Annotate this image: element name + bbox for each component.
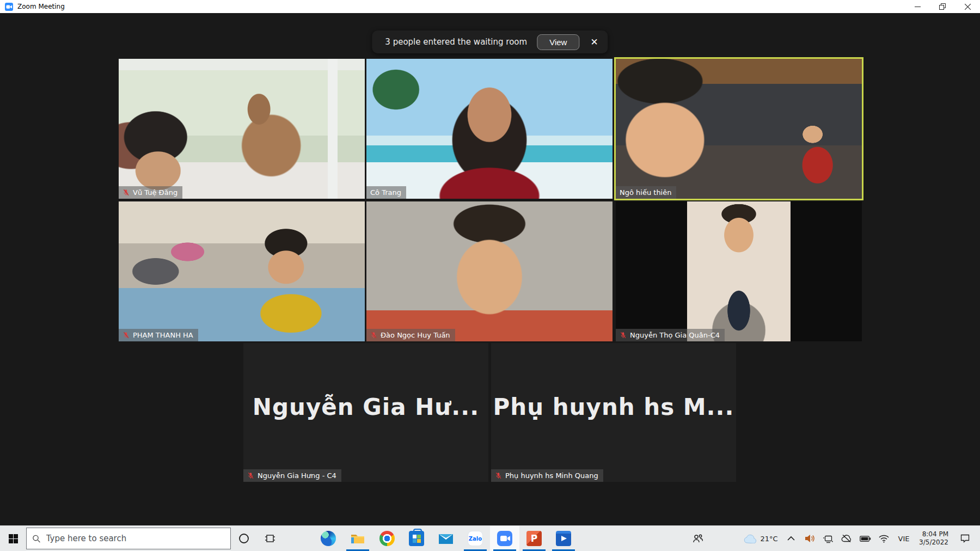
window-controls [905,0,980,13]
volume-icon[interactable] [800,526,819,551]
taskbar-chrome-icon[interactable] [372,526,402,551]
search-input[interactable] [46,534,225,543]
taskbar-spacer [283,526,314,551]
restore-button[interactable] [930,0,955,13]
taskbar-search[interactable] [26,528,231,549]
participant-name-label: Đào Ngọc Huy Tuấn [366,329,455,341]
window-title: Zoom Meeting [17,3,65,10]
search-icon [32,534,41,543]
taskbar-mail-icon[interactable] [431,526,461,551]
window-titlebar: Zoom Meeting [0,0,980,13]
video-tile[interactable]: PHẠM THANH HA [119,201,365,341]
connect-display-icon[interactable] [819,526,837,551]
participant-name-label: Vũ Tuệ Đăng [119,186,182,199]
clock[interactable]: 8:04 PM 3/5/2022 [915,526,953,551]
taskbar-zalo-icon[interactable]: Zalo [461,526,490,551]
video-off-tile[interactable]: Nguyễn Gia Hư... Nguyễn Gia Hưng - C4 [243,343,488,482]
muted-mic-icon [370,332,377,339]
participant-name-label: PHẠM THANH HA [119,329,198,341]
taskbar-powerpoint-icon[interactable]: P [519,526,549,551]
waiting-room-message: 3 people entered the waiting room [385,37,527,47]
participant-name-label: Nguyễn Gia Hưng - C4 [243,469,341,482]
muted-mic-icon [122,332,130,339]
video-off-tile[interactable]: Phụ huynh hs M... Phụ huynh hs Minh Quan… [491,343,736,482]
participant-big-name: Phụ huynh hs M... [491,343,736,482]
taskbar-edge-icon[interactable] [314,526,343,551]
zoom-app-icon [5,3,13,11]
start-button[interactable] [0,526,26,551]
people-icon[interactable] [687,526,709,551]
waiting-room-banner: 3 people entered the waiting room View ✕ [372,30,608,53]
clock-time: 8:04 PM [922,530,948,538]
video-tile[interactable]: Nguyễn Thọ Gia Quân-C4 [616,201,862,341]
show-hidden-icons-chevron[interactable] [782,526,800,551]
close-window-button[interactable] [955,0,980,13]
portrait-video-content [687,201,791,341]
clock-date: 3/5/2022 [919,538,948,547]
muted-mic-icon [122,189,130,196]
muted-mic-icon [495,472,502,479]
meeting-video-area: 3 people entered the waiting room View ✕… [0,13,980,525]
battery-icon[interactable] [856,526,874,551]
language-indicator[interactable]: VIE [893,526,915,551]
muted-mic-icon [620,332,627,339]
participant-name-label: Phụ huynh hs Minh Quang [491,469,603,482]
taskbar-file-explorer-icon[interactable] [343,526,372,551]
video-tile-active-speaker[interactable]: Ngô hiếu thiên [616,59,862,199]
action-center-icon[interactable] [953,526,977,551]
view-waiting-room-button[interactable]: View [537,34,579,50]
tray-gap [709,526,739,551]
video-tile[interactable]: Đào Ngọc Huy Tuấn [366,201,612,341]
temperature-label: 21°C [761,535,778,543]
participant-name-label: Nguyễn Thọ Gia Quân-C4 [616,329,725,341]
participant-big-name: Nguyễn Gia Hư... [243,343,488,482]
taskbar-movies-tv-icon[interactable] [549,526,578,551]
cortana-icon[interactable] [231,526,257,551]
minimize-button[interactable] [905,0,930,13]
banner-close-icon[interactable]: ✕ [588,36,600,48]
wifi-icon[interactable] [874,526,893,551]
muted-mic-icon [247,472,254,479]
taskbar-microsoft-store-icon[interactable] [402,526,431,551]
participant-name-label: Cô Trang [366,186,406,199]
video-tile[interactable]: Vũ Tuệ Đăng [119,59,365,199]
cloud-weather-icon [744,534,757,543]
video-tile[interactable]: Cô Trang [366,59,612,199]
taskbar-zoom-icon[interactable] [490,526,519,551]
system-tray: 21°C VIE 8:04 PM [687,526,980,551]
onedrive-offline-icon[interactable] [837,526,856,551]
participant-name-label: Ngô hiếu thiên [616,186,676,199]
zoom-meeting-window: Zoom Meeting 3 people entered the waitin… [0,0,980,551]
task-view-icon[interactable] [257,526,283,551]
windows-taskbar: Zalo P 21°C [0,525,980,551]
weather-widget[interactable]: 21°C [739,526,782,551]
